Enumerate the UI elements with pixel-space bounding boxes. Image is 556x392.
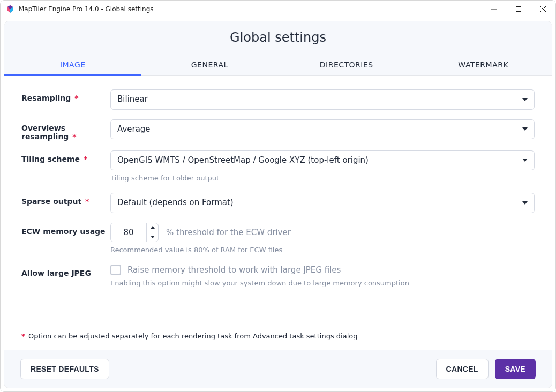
chevron-down-icon — [522, 201, 528, 205]
svg-rect-0 — [516, 7, 521, 12]
ecw-memory-input[interactable] — [111, 223, 146, 242]
save-button[interactable]: SAVE — [495, 359, 536, 379]
resampling-value: Bilinear — [117, 94, 148, 104]
reset-defaults-button[interactable]: RESET DEFAULTS — [20, 359, 109, 379]
tab-watermark[interactable]: WATERMARK — [415, 54, 552, 75]
sparse-output-select[interactable]: Default (depends on Format) — [110, 193, 535, 213]
label-resampling: Resampling * — [21, 89, 110, 102]
form: Resampling * Bilinear — [4, 76, 552, 327]
required-marker: * — [21, 332, 25, 340]
resampling-select[interactable]: Bilinear — [110, 89, 535, 110]
row-overviews-resampling: Overviews resampling * Average — [21, 119, 535, 141]
required-marker: * — [84, 155, 87, 163]
tab-general[interactable]: GENERAL — [141, 54, 279, 75]
label-overviews-resampling: Overviews resampling * — [21, 119, 110, 141]
label-allow-large-jpeg: Allow large JPEG — [21, 265, 110, 277]
window-controls — [482, 1, 555, 18]
app-icon — [6, 5, 14, 13]
required-marker: * — [72, 132, 76, 141]
footer: RESET DEFAULTS CANCEL SAVE — [4, 350, 552, 388]
tiling-scheme-hint: Tiling scheme for Folder output — [110, 174, 535, 182]
row-resampling: Resampling * Bilinear — [21, 89, 535, 110]
label-ecw-memory: ECW memory usage — [21, 223, 110, 236]
dialog-panel: Global settings IMAGE GENERAL DIRECTORIE… — [4, 21, 552, 388]
ecw-memory-stepper — [110, 223, 159, 242]
tiling-scheme-select[interactable]: OpenGIS WMTS / OpenStreetMap / Google XY… — [110, 150, 535, 171]
tabs: IMAGE GENERAL DIRECTORIES WATERMARK — [4, 54, 552, 76]
overviews-resampling-value: Average — [117, 124, 151, 134]
tab-image[interactable]: IMAGE — [4, 54, 141, 75]
required-marker: * — [85, 197, 89, 206]
chevron-down-icon — [522, 98, 528, 101]
row-ecw-memory: ECW memory usage — [21, 223, 535, 261]
cancel-button[interactable]: CANCEL — [436, 359, 489, 379]
tab-directories[interactable]: DIRECTORIES — [278, 54, 415, 75]
row-tiling-scheme: Tiling scheme * OpenGIS WMTS / OpenStree… — [21, 150, 535, 190]
stepper-down-button[interactable] — [147, 232, 158, 242]
page-title: Global settings — [4, 30, 552, 45]
content-area: Global settings IMAGE GENERAL DIRECTORIE… — [1, 18, 555, 391]
row-sparse-output: Sparse output * Default (depends on Form… — [21, 193, 535, 213]
dialog-header: Global settings — [4, 21, 552, 54]
ecw-memory-suffix: % threshold for the ECW driver — [166, 228, 291, 237]
maximize-button[interactable] — [506, 1, 531, 18]
titlebar: MapTiler Engine Pro 14.0 - Global settin… — [1, 1, 555, 18]
allow-large-jpeg-option-label: Raise memory threshold to work with larg… — [127, 265, 341, 275]
close-button[interactable] — [531, 1, 555, 18]
ecw-memory-hint: Recommended value is 80% of RAM for ECW … — [110, 246, 535, 254]
overviews-resampling-select[interactable]: Average — [110, 119, 535, 140]
tiling-scheme-value: OpenGIS WMTS / OpenStreetMap / Google XY… — [117, 155, 369, 165]
allow-large-jpeg-hint: Enabling this option might slow your sys… — [110, 279, 535, 287]
app-window: MapTiler Engine Pro 14.0 - Global settin… — [0, 0, 556, 392]
footnote: * Option can be adjusted separately for … — [4, 327, 552, 350]
sparse-output-value: Default (depends on Format) — [117, 198, 234, 207]
label-tiling-scheme: Tiling scheme * — [21, 150, 110, 163]
label-sparse-output: Sparse output * — [21, 193, 110, 206]
minimize-button[interactable] — [482, 1, 506, 18]
stepper-up-button[interactable] — [147, 223, 158, 233]
chevron-down-icon — [522, 127, 528, 131]
required-marker: * — [74, 94, 78, 102]
row-allow-large-jpeg: Allow large JPEG Raise memory threshold … — [21, 265, 535, 295]
window-title: MapTiler Engine Pro 14.0 - Global settin… — [19, 5, 482, 13]
chevron-down-icon — [522, 159, 528, 162]
allow-large-jpeg-checkbox[interactable] — [110, 265, 121, 275]
